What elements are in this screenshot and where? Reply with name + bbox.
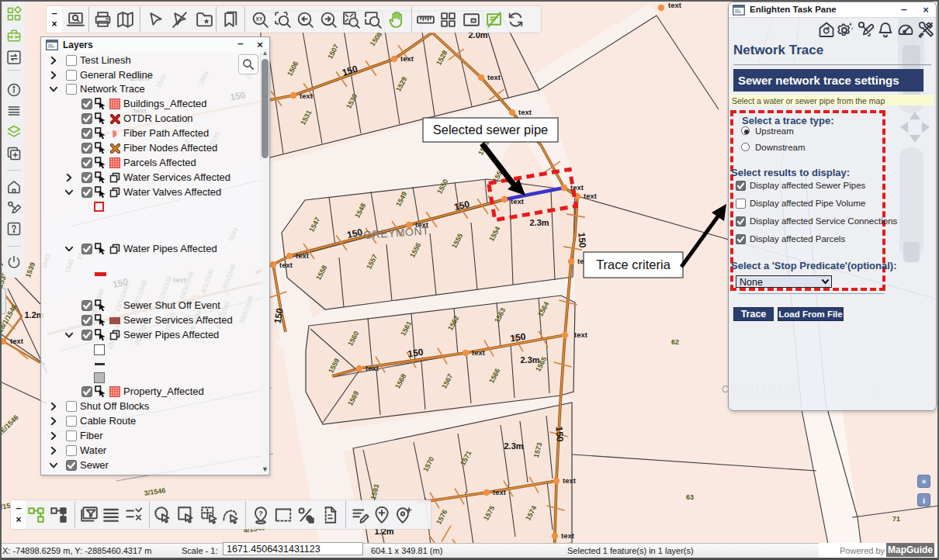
svg-text:Selected sewer pipe: Selected sewer pipe: [433, 123, 549, 137]
svg-text:Trace criteria: Trace criteria: [596, 258, 670, 271]
